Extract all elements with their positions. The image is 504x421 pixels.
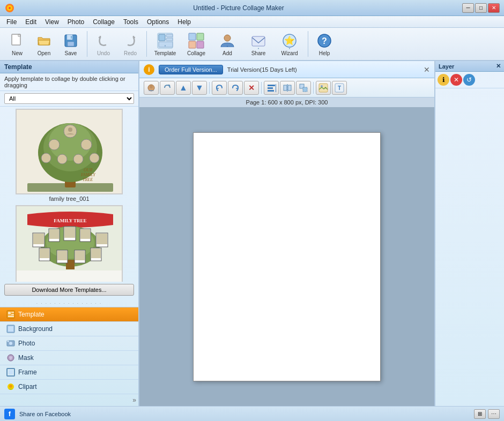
svg-rect-66 xyxy=(80,229,90,239)
collage-label: Collage xyxy=(187,50,205,56)
svg-rect-14 xyxy=(166,38,173,41)
sidebar-tab-background[interactable]: Background xyxy=(0,322,138,336)
menu-collage[interactable]: Collage xyxy=(88,17,119,27)
photo-edit-button[interactable] xyxy=(316,81,331,95)
svg-rect-94 xyxy=(288,85,291,91)
layer-info-button[interactable]: ℹ xyxy=(438,74,449,86)
add-label: Add xyxy=(223,50,232,56)
wizard-icon: ⭐ ▼ xyxy=(281,32,298,49)
template-item[interactable]: OUR FAMILY TREE family tree_001 xyxy=(2,109,136,203)
template-thumbnail-1[interactable]: OUR FAMILY TREE xyxy=(16,109,123,194)
menu-options[interactable]: Options xyxy=(143,17,173,27)
layer-panel-close[interactable]: ✕ xyxy=(496,63,501,70)
svg-rect-68 xyxy=(40,249,49,258)
resize-button[interactable] xyxy=(296,81,311,95)
status-menu-button[interactable]: ⋯ xyxy=(488,409,500,419)
new-button[interactable]: New xyxy=(4,29,30,58)
download-templates-button[interactable]: Download More Templates... xyxy=(4,284,134,296)
redo-button[interactable]: Redo xyxy=(117,29,143,58)
sidebar-tab-frame[interactable]: Frame xyxy=(0,365,138,380)
svg-rect-12 xyxy=(159,34,165,41)
svg-rect-13 xyxy=(166,34,173,37)
filter-select[interactable]: All Family Wedding Birthday Holiday xyxy=(4,93,134,104)
rotate-right-button[interactable] xyxy=(228,81,243,95)
rotate-left-button[interactable] xyxy=(212,81,227,95)
menu-bar: File Edit View Photo Collage Tools Optio… xyxy=(0,16,504,28)
collage-button[interactable]: ▼ Collage xyxy=(181,29,211,58)
svg-text:▼: ▼ xyxy=(257,47,260,49)
secondary-toolbar: ▲ ▼ ✕ xyxy=(139,78,434,97)
save-button[interactable]: Save xyxy=(58,29,84,58)
move-down-button[interactable]: ▼ xyxy=(192,81,207,95)
menu-photo[interactable]: Photo xyxy=(63,17,88,27)
sidebar-tab-clipart[interactable]: Clipart xyxy=(0,380,138,394)
sidebar-tab-photo[interactable]: Photo xyxy=(0,336,138,351)
undo-button[interactable]: Undo xyxy=(91,29,116,58)
delete-button[interactable]: ✕ xyxy=(244,81,259,95)
photo-tab-icon xyxy=(6,339,15,348)
canvas-area: i Order Full Version... Trial Version(15… xyxy=(139,61,434,406)
svg-text:T: T xyxy=(338,85,341,91)
svg-rect-17 xyxy=(189,33,196,40)
template-item-2[interactable]: FAMILY TREE xyxy=(2,205,136,282)
sec-sep-3 xyxy=(313,82,314,94)
status-grid-button[interactable]: ⊞ xyxy=(474,409,486,419)
svg-rect-84 xyxy=(9,370,13,374)
template-tab-label: Template xyxy=(18,311,45,318)
svg-rect-70 xyxy=(75,251,85,260)
select-tool-button[interactable] xyxy=(144,81,159,95)
svg-point-22 xyxy=(224,35,231,41)
clipart-tab-label: Clipart xyxy=(18,383,37,390)
svg-rect-65 xyxy=(64,227,75,238)
expand-button[interactable]: » xyxy=(132,396,136,404)
wizard-label: Wizard xyxy=(281,50,298,56)
svg-point-88 xyxy=(150,85,153,88)
menu-edit[interactable]: Edit xyxy=(21,17,41,27)
svg-text:?: ? xyxy=(322,36,327,46)
redo-label: Redo xyxy=(124,50,137,56)
help-button[interactable]: ? Help xyxy=(312,29,337,58)
title-bar: Untitled - Picture Collage Maker ─ □ ✕ xyxy=(0,0,504,16)
template-button[interactable]: ▼ Template xyxy=(150,29,180,58)
svg-text:TREE: TREE xyxy=(83,177,93,182)
window-controls: ─ □ ✕ xyxy=(462,3,500,13)
svg-rect-93 xyxy=(284,85,287,91)
trial-close-button[interactable]: ✕ xyxy=(424,65,430,74)
minimize-button[interactable]: ─ xyxy=(462,3,474,13)
help-icon: ? xyxy=(316,32,333,49)
svg-point-2 xyxy=(9,7,11,9)
wizard-button[interactable]: ⭐ ▼ Wizard xyxy=(275,29,305,58)
layer-controls: ℹ ✕ ↺ xyxy=(435,72,504,88)
svg-rect-78 xyxy=(8,326,13,332)
template-thumbnail-2[interactable]: FAMILY TREE xyxy=(16,205,123,282)
move-up-button[interactable]: ▲ xyxy=(176,81,191,95)
menu-tools[interactable]: Tools xyxy=(119,17,143,27)
facebook-share-link[interactable]: Share on Facebook xyxy=(19,411,71,417)
svg-point-44 xyxy=(90,153,99,163)
frame-tab-label: Frame xyxy=(18,369,37,376)
text-button[interactable]: T xyxy=(332,81,347,95)
sidebar-tab-template[interactable]: Template xyxy=(0,307,138,322)
add-button[interactable]: ▼ Add xyxy=(212,29,242,58)
share-button[interactable]: ▼ Share xyxy=(243,29,273,58)
layer-refresh-button[interactable]: ↺ xyxy=(463,74,475,86)
maximize-button[interactable]: □ xyxy=(475,3,487,13)
trial-banner: i Order Full Version... Trial Version(15… xyxy=(139,61,434,78)
sidebar-tab-mask[interactable]: Mask xyxy=(0,351,138,365)
align-button[interactable] xyxy=(264,81,279,95)
open-button[interactable]: Open xyxy=(31,29,57,58)
menu-help[interactable]: Help xyxy=(173,17,195,27)
open-label: Open xyxy=(38,50,50,56)
sidebar-tabs: Template Background xyxy=(0,307,138,406)
save-icon xyxy=(62,32,79,49)
svg-point-41 xyxy=(41,153,51,163)
rotate-tool-button[interactable] xyxy=(160,81,175,95)
order-full-version-button[interactable]: Order Full Version... xyxy=(159,65,223,74)
layer-delete-button[interactable]: ✕ xyxy=(450,74,462,86)
new-label: New xyxy=(12,50,23,56)
distribute-button[interactable] xyxy=(280,81,295,95)
add-person-icon: ▼ xyxy=(219,32,236,49)
close-button[interactable]: ✕ xyxy=(488,3,500,13)
menu-file[interactable]: File xyxy=(2,17,21,27)
menu-view[interactable]: View xyxy=(41,17,63,27)
